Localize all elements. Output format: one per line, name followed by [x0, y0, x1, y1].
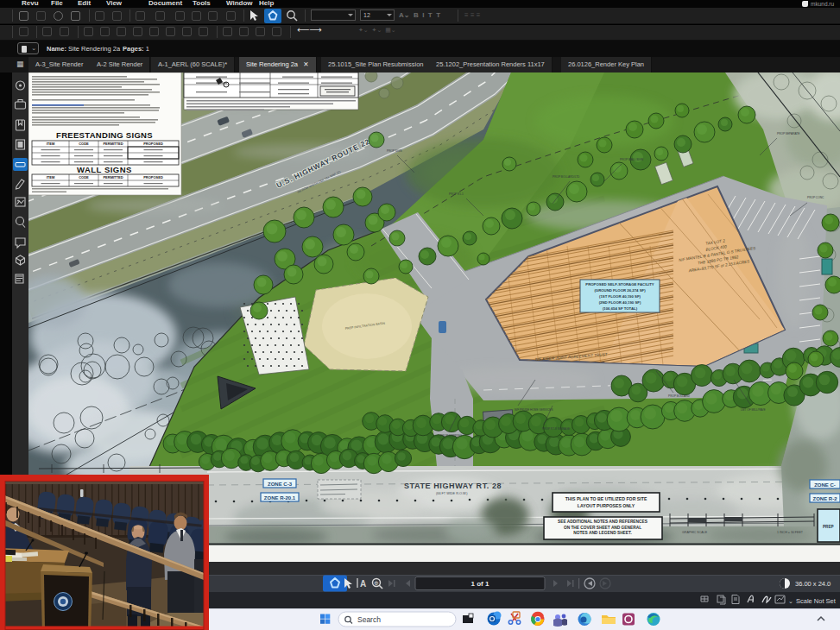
svg-text:⌄: ⌄ — [788, 598, 793, 604]
svg-text:ITEM: ITEM — [47, 142, 55, 146]
svg-text:Scale Not Set: Scale Not Set — [796, 597, 837, 605]
svg-text:A: A — [360, 579, 366, 589]
svg-text:PERMITTED: PERMITTED — [103, 175, 123, 180]
svg-text:WALL SIGNS: WALL SIGNS — [77, 165, 132, 174]
svg-text:⊕: ⊕ — [374, 580, 379, 586]
svg-text:PROPOSED: PROPOSED — [143, 142, 163, 146]
svg-text:36.00 x 24.0: 36.00 x 24.0 — [795, 580, 831, 588]
svg-text:PERMITTED: PERMITTED — [103, 142, 123, 146]
svg-text:1 of 1: 1 of 1 — [471, 580, 489, 588]
svg-text:PROPOSED: PROPOSED — [143, 175, 163, 180]
svg-text:CODE: CODE — [79, 175, 89, 180]
svg-text:CODE: CODE — [79, 142, 89, 146]
svg-text:ITEM: ITEM — [47, 175, 55, 180]
svg-text:Search: Search — [357, 615, 381, 624]
svg-text:FREESTANDING SIGNS: FREESTANDING SIGNS — [56, 130, 153, 140]
